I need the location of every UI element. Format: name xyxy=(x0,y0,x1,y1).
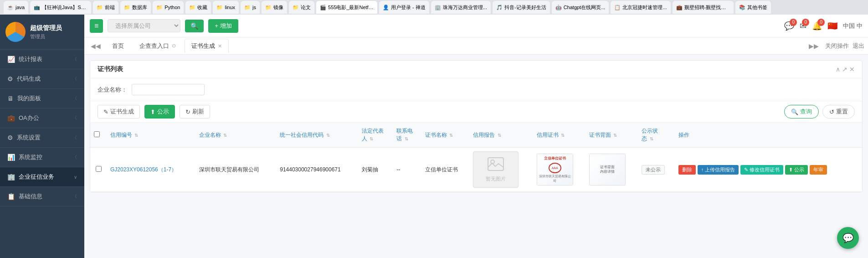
sidebar-item-monitor[interactable]: 📊 系统监控 〈 xyxy=(0,148,84,167)
sidebar-item-dashboard[interactable]: 🖥 我的面板 〈 xyxy=(0,89,84,108)
close-operation-button[interactable]: 关闭操作 xyxy=(825,42,849,50)
row-publish-button[interactable]: ⬆ 公示 xyxy=(785,165,808,175)
email-button[interactable]: ✉ 0 xyxy=(800,21,806,31)
upload-report-button[interactable]: ↑ 上传信用报告 xyxy=(698,165,739,175)
tab-java[interactable]: ☕ java xyxy=(4,1,28,14)
browser-tabs: ☕ java 📺 【狂神说Java】Spr... 📁 前端 📁 数据库 📁 Py… xyxy=(0,0,868,15)
nav-tab-qicha[interactable]: 企查查入口 ⊙ xyxy=(133,39,183,53)
delete-button[interactable]: 删除 xyxy=(678,165,696,175)
th-credit-cert[interactable]: 信用证书 ⇅ xyxy=(533,123,586,148)
country-label: 中国 中 xyxy=(843,22,863,30)
tab-chandao[interactable]: 👤 用户登录 - 禅道 xyxy=(379,1,429,14)
hamburger-button[interactable]: ≡ xyxy=(90,19,103,33)
td-credit-no: GJ2023XY0612056（1-7） xyxy=(107,148,195,192)
cert-back-preview: 证书背面内容详情 xyxy=(590,154,625,185)
refresh-btn[interactable]: ↻ 刷新 xyxy=(180,105,210,119)
cert-gen-filter-btn[interactable]: ✎ 证书生成 xyxy=(98,105,140,119)
sidebar-item-statistics-label: 统计报表 xyxy=(19,55,42,63)
tab-chandao-label: 用户登录 - 禅道 xyxy=(391,4,426,11)
tab-jianbi[interactable]: 💼 觐壁招聘-觐壁找工... xyxy=(673,1,734,14)
sort-credit-no-icon: ⇅ xyxy=(134,133,138,138)
tab-java-label: java xyxy=(15,5,25,10)
sidebar-item-settings[interactable]: ⚙ 系统设置 〈 xyxy=(0,128,84,148)
logout-button[interactable]: 退出 xyxy=(853,42,864,50)
tab-douyin-label: 抖音-记录美好生活 xyxy=(504,4,546,11)
nav-left-arrow[interactable]: ◀◀ xyxy=(88,41,103,51)
th-phone[interactable]: 联系电话 ⇅ xyxy=(393,123,421,148)
bell-button[interactable]: 🔔 0 xyxy=(812,21,822,31)
th-credit-report[interactable]: 信用报告 ⇅ xyxy=(469,123,533,148)
tab-frontend[interactable]: 📁 前端 xyxy=(93,1,118,14)
card-header: 证书列表 ∧ ↗ ✕ xyxy=(90,61,862,78)
tab-spring[interactable]: 📺 【狂神说Java】Spr... xyxy=(30,1,91,14)
tab-wanda[interactable]: 🏢 珠海万达商业管理... xyxy=(431,1,491,14)
add-button[interactable]: + 增加 xyxy=(208,19,238,33)
tab-chatgpt[interactable]: 🤖 Chatgpt在线网页... xyxy=(552,1,609,14)
tab-js[interactable]: 📁 js xyxy=(241,1,260,14)
tab-linux[interactable]: 📁 linux xyxy=(213,1,239,14)
tab-wanda-icon: 🏢 xyxy=(435,5,441,10)
tab-bookmarks-icon: 📁 xyxy=(189,5,195,10)
company-name-input[interactable] xyxy=(132,84,205,95)
row-checkbox[interactable] xyxy=(96,166,102,172)
th-legal-person[interactable]: 法定代表人 ⇅ xyxy=(358,123,393,148)
annual-review-button[interactable]: 年审 xyxy=(810,165,827,175)
tab-paper[interactable]: 📁 论文 xyxy=(289,1,314,14)
tab-bookmarks[interactable]: 📁 收藏 xyxy=(185,1,211,14)
tab-other[interactable]: 📚 其他书签 xyxy=(735,1,771,14)
message-button[interactable]: 💬 0 xyxy=(784,21,794,31)
edit-cert-button[interactable]: ✎ 修改信用证书 xyxy=(740,165,783,175)
reset-button[interactable]: ↺ 重置 xyxy=(822,105,855,119)
card-close-button[interactable]: ✕ xyxy=(849,66,855,73)
cert-back-image[interactable]: 证书背面内容详情 xyxy=(589,154,626,186)
tab-mirror[interactable]: 📁 镜像 xyxy=(262,1,287,14)
no-image-label: 暂无图片 xyxy=(486,175,506,182)
cert-name-value: 立信单位证书 xyxy=(425,166,458,173)
nav-right-arrow[interactable]: ▶▶ xyxy=(806,41,822,51)
tab-python[interactable]: 📁 Python xyxy=(153,1,184,14)
publish-label: 公示 xyxy=(157,108,169,116)
sidebar-item-statistics[interactable]: 📈 统计报表 〈 xyxy=(0,50,84,69)
sidebar-item-credit[interactable]: 🏢 企业征信业务 ∨ xyxy=(0,167,84,187)
th-cert-name[interactable]: 证书名称 ⇅ xyxy=(421,123,470,148)
select-all-checkbox[interactable] xyxy=(94,131,100,137)
top-search-button[interactable]: 🔍 xyxy=(185,20,204,32)
tab-db[interactable]: 📁 数据库 xyxy=(120,1,151,14)
tab-guanjie-label: 北京冠捷时速管理... xyxy=(622,4,667,11)
sidebar-menu: 📈 统计报表 〈 ⚙ 代码生成 〈 🖥 我的面板 〈 xyxy=(0,50,84,258)
th-cert-back[interactable]: 证书背面 ⇅ xyxy=(586,123,638,148)
statistics-chevron-icon: 〈 xyxy=(72,56,77,62)
sidebar-item-codegen[interactable]: ⚙ 代码生成 〈 xyxy=(0,69,84,89)
tab-guanjie[interactable]: 📋 北京冠捷时速管理... xyxy=(611,1,670,14)
th-unified-code[interactable]: 统一社会信用代码 ⇅ xyxy=(276,123,358,148)
company-select[interactable]: 选择所属公司 xyxy=(108,19,180,32)
query-button[interactable]: 🔍 查询 xyxy=(784,105,819,119)
sidebar-item-oa[interactable]: 💼 OA办公 〈 xyxy=(0,108,84,128)
card-minimize-button[interactable]: ∧ xyxy=(836,66,840,73)
sidebar-item-basic[interactable]: 📋 基础信息 〈 xyxy=(0,187,84,206)
float-chat-button[interactable]: 💬 xyxy=(837,227,859,249)
td-unified-code: 91440300027946900671 xyxy=(276,148,358,192)
credit-icon: 🏢 xyxy=(7,173,15,181)
credit-report-image[interactable]: 暂无图片 xyxy=(473,151,519,188)
sidebar-userrole[interactable]: 管理员 xyxy=(30,33,62,40)
bell-badge: 0 xyxy=(817,19,825,26)
th-publish-status[interactable]: 公示状态 ⇅ xyxy=(638,123,674,148)
th-company-name[interactable]: 企业名称 ⇅ xyxy=(195,123,277,148)
nav-tab-cert[interactable]: 证书生成 ✕ xyxy=(185,39,229,53)
content-area: 证书列表 ∧ ↗ ✕ 企业名称： ✎ 证书生成 xyxy=(84,55,868,258)
tab-douyin[interactable]: 🎵 抖音-记录美好生活 xyxy=(493,1,550,14)
credit-no-link[interactable]: GJ2023XY0612056（1-7） xyxy=(110,166,177,173)
tab-bookmarks-label: 收藏 xyxy=(197,4,207,11)
basic-icon: 📋 xyxy=(7,193,15,200)
cert-close-icon[interactable]: ✕ xyxy=(218,43,222,49)
tab-linux-icon: 📁 xyxy=(216,5,223,10)
tab-other-icon: 📚 xyxy=(739,5,745,10)
cert-preview-seal: AAA xyxy=(549,163,561,173)
tab-555[interactable]: 🎬 555电影_最新Netfl... xyxy=(316,1,377,14)
card-expand-button[interactable]: ↗ xyxy=(842,66,847,73)
credit-cert-image[interactable]: 立信单位证书 AAA 深圳市联天贸易有限公司 xyxy=(537,154,573,186)
nav-tab-home[interactable]: 首页 xyxy=(105,39,131,53)
publish-btn[interactable]: ⬆ 公示 xyxy=(144,105,175,119)
th-credit-no[interactable]: 信用编号 ⇅ xyxy=(107,123,195,148)
